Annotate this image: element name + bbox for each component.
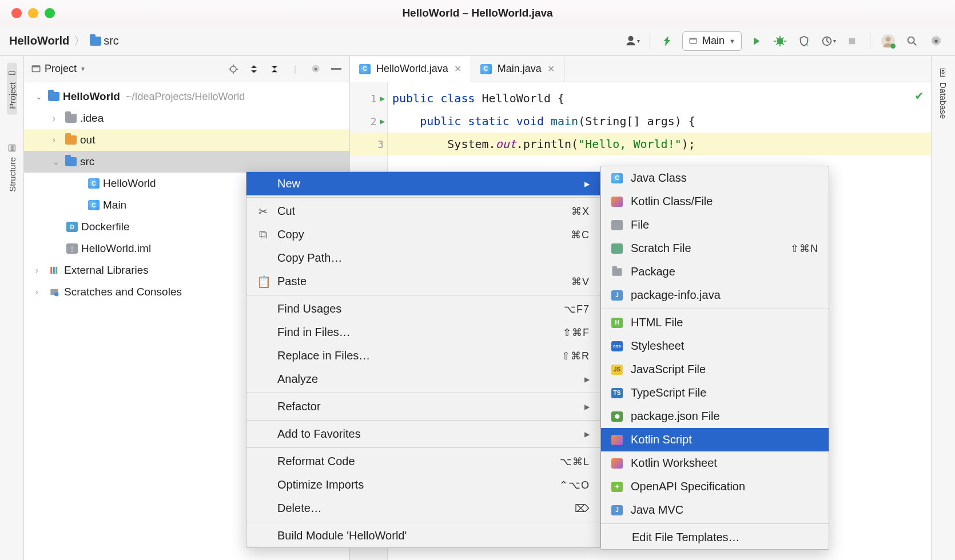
menu-replace-in-files[interactable]: Replace in Files…⇧⌘R	[246, 344, 600, 367]
debug-button[interactable]	[770, 31, 790, 51]
run-line-icon[interactable]: ▶	[380, 117, 385, 126]
tree-root[interactable]: ⌄ HelloWorld ~/IdeaProjects/HelloWorld	[24, 86, 349, 107]
chevron-right-icon[interactable]: ›	[35, 287, 45, 297]
window-icon	[31, 64, 41, 74]
application-icon	[689, 37, 698, 46]
coverage-button[interactable]	[794, 31, 814, 51]
line-number: 1	[371, 93, 377, 105]
collapse-all-icon[interactable]	[268, 63, 281, 75]
menu-cut[interactable]: ✂Cut⌘X	[246, 199, 600, 223]
menu-delete[interactable]: Delete…⌦	[246, 497, 600, 520]
close-icon[interactable]: ✕	[454, 63, 461, 74]
menu-refactor[interactable]: Refactor▶	[246, 395, 600, 418]
menu-analyze[interactable]: Analyze▶	[246, 367, 600, 391]
menu-favorites[interactable]: Add to Favorites▶	[246, 422, 600, 446]
svg-rect-17	[55, 267, 57, 274]
window-title: HelloWorld – HelloWorld.java	[0, 7, 955, 19]
profile-button[interactable]: ▾	[818, 31, 838, 51]
separator	[246, 393, 600, 393]
menu-find-in-files[interactable]: Find in Files…⇧⌘F	[246, 321, 600, 344]
svg-rect-16	[53, 267, 55, 274]
menu-copy[interactable]: ⧉Copy⌘C	[246, 223, 600, 246]
submenu-kotlin-class[interactable]: Kotlin Class/File	[601, 190, 829, 213]
gear-icon[interactable]	[926, 31, 946, 51]
menu-new[interactable]: New▶	[246, 172, 600, 195]
submenu-java-mvc[interactable]: JJava MVC	[601, 498, 829, 522]
tree-node-out[interactable]: › out	[24, 129, 349, 151]
submenu-scratch-file[interactable]: Scratch File⇧⌘N	[601, 237, 829, 260]
tree-node-src[interactable]: ⌄ src	[24, 151, 349, 173]
locate-icon[interactable]	[227, 63, 240, 75]
maximize-window-icon[interactable]	[45, 8, 55, 18]
tab-main[interactable]: C Main.java ✕	[471, 56, 564, 82]
libraries-icon	[48, 264, 61, 277]
submenu-javascript[interactable]: JSJavaScript File	[601, 358, 829, 381]
submenu-package[interactable]: Package	[601, 260, 829, 283]
submenu-package-json[interactable]: ⬢package.json File	[601, 405, 829, 428]
js-icon: JS	[611, 365, 623, 375]
menu-optimize-imports[interactable]: Optimize Imports⌃⌥O	[246, 473, 600, 497]
avatar[interactable]	[878, 31, 898, 51]
submenu-typescript[interactable]: TSTypeScript File	[601, 381, 829, 405]
close-window-icon[interactable]	[11, 8, 22, 18]
svg-point-8	[908, 37, 914, 43]
gear-icon[interactable]	[309, 63, 322, 75]
kotlin-icon	[611, 197, 623, 207]
kotlin-icon	[611, 458, 623, 469]
minimize-window-icon[interactable]	[28, 8, 38, 18]
menu-reformat[interactable]: Reformat Code⌥⌘L	[246, 450, 600, 473]
svg-point-7	[890, 43, 896, 49]
separator	[246, 295, 600, 295]
menu-find-usages[interactable]: Find Usages⌥F7	[246, 297, 600, 321]
git-user-icon[interactable]: ▾	[622, 31, 642, 51]
build-icon[interactable]	[658, 31, 678, 51]
chevron-right-icon[interactable]: ›	[35, 266, 45, 275]
svg-point-12	[230, 66, 236, 72]
svg-rect-11	[32, 66, 40, 67]
expand-all-icon[interactable]	[248, 63, 260, 75]
submenu-kotlin-worksheet[interactable]: Kotlin Worksheet	[601, 451, 829, 475]
ts-icon: TS	[611, 388, 623, 398]
tool-tab-structure[interactable]: Structure ▥	[7, 138, 17, 198]
breadcrumb-project[interactable]: HelloWorld	[9, 34, 69, 47]
search-icon[interactable]	[902, 31, 922, 51]
separator: |	[289, 63, 301, 75]
breadcrumb-folder[interactable]: src	[90, 34, 119, 47]
submenu-file[interactable]: File	[601, 213, 829, 237]
menu-copy-path[interactable]: Copy Path…	[246, 246, 600, 270]
menu-build-module[interactable]: Build Module 'HelloWorld'	[246, 524, 600, 547]
submenu-stylesheet[interactable]: cssStylesheet	[601, 334, 829, 358]
tree-node-idea[interactable]: › .idea	[24, 107, 349, 129]
tool-tab-project[interactable]: Project ▭	[7, 63, 17, 115]
chevron-right-icon[interactable]: ›	[53, 135, 62, 145]
submenu-html[interactable]: HHTML File	[601, 311, 829, 334]
node-icon: ⬢	[611, 411, 623, 422]
close-icon[interactable]: ✕	[547, 63, 555, 74]
submenu-java-class[interactable]: CJava Class	[601, 166, 829, 190]
html-icon: H	[611, 318, 623, 328]
menu-paste[interactable]: 📋Paste⌘V	[246, 270, 600, 293]
svg-point-6	[886, 37, 891, 42]
chevron-down-icon[interactable]: ⌄	[53, 157, 62, 166]
copy-icon: ⧉	[257, 228, 269, 241]
check-icon[interactable]: ✔	[916, 88, 923, 102]
run-config-selector[interactable]: Main ▼	[682, 31, 742, 51]
chevron-down-icon[interactable]: ⌄	[35, 92, 45, 101]
submenu-edit-templates[interactable]: Edit File Templates…	[601, 526, 829, 549]
project-icon: ▭	[7, 69, 17, 79]
css-icon: css	[611, 341, 623, 351]
chevron-right-icon[interactable]: ›	[53, 114, 62, 123]
project-view-selector[interactable]: Project ▼	[31, 63, 86, 75]
run-button[interactable]	[746, 31, 766, 51]
submenu-openapi[interactable]: ✦OpenAPI Specification	[601, 475, 829, 498]
tab-helloworld[interactable]: C HelloWorld.java ✕	[350, 57, 471, 82]
line-number: 2	[371, 115, 377, 127]
run-line-icon[interactable]: ▶	[380, 94, 385, 103]
submenu-kotlin-script[interactable]: Kotlin Script	[601, 428, 829, 451]
right-tool-window-bar: 🗄 Database	[931, 56, 955, 560]
database-icon: 🗄	[938, 69, 949, 79]
hide-icon[interactable]	[330, 63, 343, 75]
tool-tab-database[interactable]: 🗄 Database	[938, 63, 949, 125]
submenu-package-info[interactable]: Jpackage-info.java	[601, 283, 829, 307]
java-class-icon: C	[88, 200, 100, 210]
